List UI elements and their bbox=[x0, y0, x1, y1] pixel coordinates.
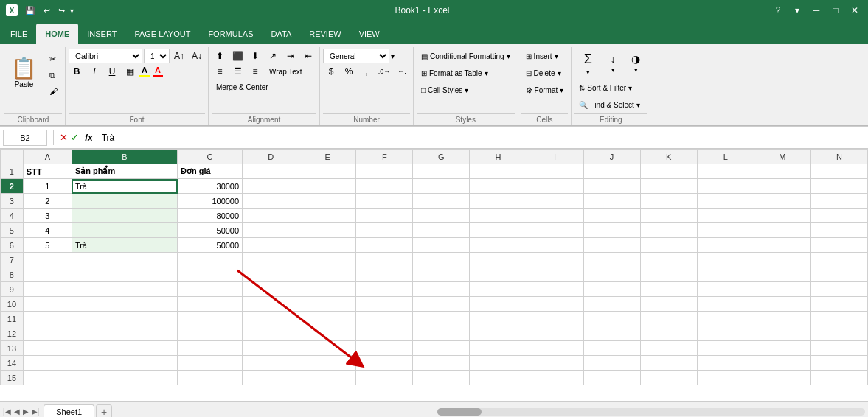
cell[interactable]: 100000 bbox=[178, 194, 243, 208]
help-button[interactable]: ? bbox=[771, 4, 785, 16]
cell[interactable] bbox=[299, 208, 356, 223]
cell[interactable] bbox=[754, 238, 810, 253]
cell[interactable] bbox=[810, 223, 867, 238]
cell[interactable] bbox=[754, 312, 810, 326]
cell[interactable] bbox=[583, 253, 640, 267]
cell[interactable] bbox=[299, 164, 356, 179]
cell[interactable] bbox=[697, 194, 754, 208]
cell[interactable] bbox=[470, 326, 527, 341]
cell[interactable] bbox=[243, 194, 299, 208]
cell[interactable] bbox=[23, 267, 72, 282]
cell[interactable] bbox=[810, 164, 867, 179]
cell[interactable] bbox=[527, 326, 583, 341]
cell[interactable] bbox=[299, 312, 356, 326]
cell[interactable] bbox=[697, 238, 754, 253]
sort-filter-button[interactable]: ⇅ Sort & Filter ▾ bbox=[574, 80, 647, 95]
cell[interactable] bbox=[810, 341, 867, 356]
cell[interactable] bbox=[299, 297, 356, 312]
cell[interactable]: 5 bbox=[23, 238, 72, 253]
borders-button[interactable]: ▦ bbox=[122, 64, 138, 79]
cell[interactable] bbox=[178, 297, 243, 312]
cell[interactable] bbox=[697, 208, 754, 223]
cell[interactable] bbox=[640, 326, 697, 341]
format-button[interactable]: ⚙ Format ▾ bbox=[521, 83, 569, 97]
cell[interactable] bbox=[356, 267, 413, 282]
cell[interactable] bbox=[72, 371, 177, 385]
cell[interactable] bbox=[299, 326, 356, 341]
cell[interactable] bbox=[72, 356, 177, 371]
cell[interactable] bbox=[583, 194, 640, 208]
cell[interactable] bbox=[178, 341, 243, 356]
cell[interactable] bbox=[527, 164, 583, 179]
sheet-nav-last[interactable]: ▶| bbox=[32, 407, 40, 416]
delete-button[interactable]: ⊟ Delete ▾ bbox=[521, 66, 569, 80]
cell[interactable]: 50000 bbox=[178, 238, 243, 253]
rotate-text-button[interactable]: ↗ bbox=[265, 49, 281, 63]
cell[interactable]: 30000 bbox=[178, 179, 243, 194]
cell[interactable] bbox=[243, 371, 299, 385]
cell[interactable] bbox=[527, 356, 583, 371]
row-header[interactable]: 1 bbox=[1, 164, 24, 179]
cell[interactable] bbox=[470, 238, 527, 253]
paste-button[interactable]: 📋 Paste bbox=[4, 49, 44, 97]
row-header[interactable]: 11 bbox=[1, 312, 24, 326]
cell[interactable] bbox=[356, 356, 413, 371]
cell[interactable]: 80000 bbox=[178, 208, 243, 223]
cell[interactable] bbox=[356, 179, 413, 194]
cell[interactable] bbox=[527, 297, 583, 312]
comma-button[interactable]: , bbox=[358, 64, 375, 79]
cell[interactable] bbox=[299, 371, 356, 385]
cell[interactable] bbox=[810, 208, 867, 223]
cell[interactable] bbox=[640, 253, 697, 267]
cell[interactable] bbox=[243, 238, 299, 253]
cell[interactable] bbox=[470, 312, 527, 326]
row-header[interactable]: 10 bbox=[1, 297, 24, 312]
cell[interactable] bbox=[413, 208, 470, 223]
decrease-decimal-button[interactable]: ←. bbox=[394, 64, 410, 79]
cell[interactable] bbox=[583, 164, 640, 179]
bold-button[interactable]: B bbox=[69, 64, 85, 79]
col-header-E[interactable]: E bbox=[299, 150, 356, 164]
cell[interactable] bbox=[72, 267, 177, 282]
cell[interactable] bbox=[23, 253, 72, 267]
row-header[interactable]: 5 bbox=[1, 223, 24, 238]
col-header-J[interactable]: J bbox=[583, 150, 640, 164]
cell[interactable] bbox=[697, 371, 754, 385]
cell[interactable] bbox=[356, 297, 413, 312]
sheet-nav-next[interactable]: ▶ bbox=[23, 407, 29, 416]
cell[interactable] bbox=[527, 208, 583, 223]
cell[interactable] bbox=[243, 179, 299, 194]
cell[interactable] bbox=[470, 208, 527, 223]
currency-button[interactable]: $ bbox=[323, 64, 339, 79]
cell[interactable] bbox=[356, 326, 413, 341]
cell[interactable] bbox=[72, 208, 177, 223]
cell[interactable] bbox=[299, 194, 356, 208]
cell[interactable]: 50000 bbox=[178, 223, 243, 238]
cell[interactable] bbox=[470, 223, 527, 238]
cell[interactable] bbox=[583, 312, 640, 326]
cell[interactable] bbox=[470, 356, 527, 371]
cut-button[interactable]: ✂ ✂ bbox=[45, 52, 62, 66]
cell[interactable]: STT bbox=[23, 164, 72, 179]
cell[interactable] bbox=[178, 253, 243, 267]
tab-formulas[interactable]: FORMULAS bbox=[199, 24, 262, 44]
cell[interactable] bbox=[299, 341, 356, 356]
cell[interactable] bbox=[810, 238, 867, 253]
cell[interactable] bbox=[640, 282, 697, 297]
cell[interactable] bbox=[583, 371, 640, 385]
find-select-button[interactable]: 🔍 Find & Select ▾ bbox=[574, 97, 647, 112]
cell[interactable] bbox=[413, 341, 470, 356]
row-header[interactable]: 9 bbox=[1, 282, 24, 297]
cell[interactable] bbox=[754, 267, 810, 282]
function-button[interactable]: fx bbox=[82, 133, 96, 143]
format-painter-button[interactable]: 🖌 bbox=[45, 84, 62, 99]
cell[interactable] bbox=[72, 253, 177, 267]
align-left-button[interactable]: ≡ bbox=[212, 64, 228, 79]
col-header-K[interactable]: K bbox=[640, 150, 697, 164]
fill-color-button[interactable]: A bbox=[139, 66, 150, 77]
tab-review[interactable]: REVIEW bbox=[300, 24, 350, 44]
increase-font-button[interactable]: A↑ bbox=[171, 49, 187, 63]
cell[interactable] bbox=[640, 194, 697, 208]
col-header-C[interactable]: C bbox=[178, 150, 243, 164]
cell[interactable] bbox=[243, 356, 299, 371]
